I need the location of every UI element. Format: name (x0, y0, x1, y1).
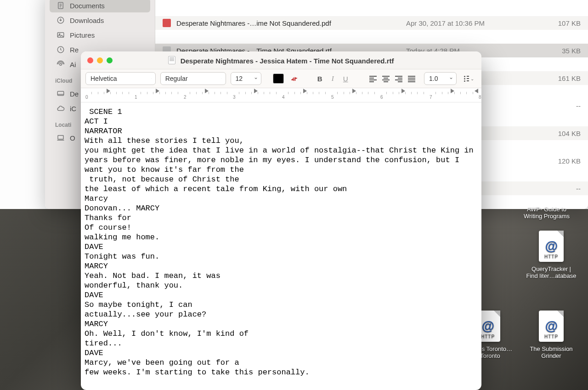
ruler-tick (435, 92, 436, 94)
ruler-tick (300, 92, 301, 94)
svg-point-8 (60, 63, 62, 66)
right-margin-icon[interactable] (475, 89, 478, 93)
tab-stop-icon[interactable] (303, 89, 307, 93)
highlight-color-button[interactable]: a (288, 73, 300, 85)
ruler-tick (288, 92, 288, 94)
document-body[interactable]: SCENE 1 ACT I NARRATOR With all these st… (81, 102, 481, 390)
ruler-tick (202, 92, 203, 94)
tab-stop-icon[interactable] (451, 89, 454, 93)
document-icon (168, 56, 175, 64)
ruler-number: 2 (184, 95, 187, 100)
file-size: -- (539, 185, 581, 192)
ruler-tick (424, 92, 424, 94)
tab-stop-icon[interactable] (254, 89, 258, 93)
font-family-select[interactable]: Helvetica (85, 72, 156, 85)
chevron-down-icon: ⌄ (470, 76, 474, 81)
file-size: 107 KB (539, 19, 581, 27)
close-icon[interactable] (87, 57, 93, 63)
tab-stop-icon[interactable] (156, 89, 159, 93)
download-icon (56, 16, 65, 25)
tab-stop-icon[interactable] (401, 89, 405, 93)
ruler-tick (196, 92, 197, 94)
ruler-number: 4 (282, 95, 285, 100)
file-row[interactable]: Desperate Nightmares -…ime Not Squandere… (155, 0, 588, 2)
bold-button[interactable]: B (314, 73, 326, 85)
highlight-icon: a (292, 74, 296, 83)
file-row[interactable]: Desperate Nightmares -…ime Not Squandere… (155, 16, 588, 30)
minimize-icon[interactable] (97, 57, 103, 63)
window-title-text: Desperate Nightmares - Jessica Hatem - T… (181, 57, 394, 65)
font-size-stepper[interactable]: 12 (231, 72, 261, 85)
ruler-tick (344, 92, 344, 94)
tab-stop-icon[interactable] (107, 89, 110, 93)
ruler-tick (460, 92, 461, 94)
file-size: 35 KB (539, 47, 581, 55)
laptop-icon (56, 133, 65, 142)
line-spacing-value: 1.0 (429, 75, 438, 82)
ruler-tick (153, 92, 153, 94)
style-group: B I U (312, 73, 353, 85)
ruler-tick (227, 92, 227, 94)
titlebar[interactable]: Desperate Nightmares - Jessica Hatem - T… (81, 51, 481, 69)
line-spacing-stepper[interactable]: 1.0 (424, 72, 457, 85)
desktop-shortcut[interactable]: @HTTPQueryTracker | Find liter…atabase (524, 231, 579, 280)
sidebar-item-pictures[interactable]: Pictures (50, 28, 150, 42)
ruler[interactable]: 012345678 (81, 88, 481, 102)
ruler-tick (386, 92, 387, 94)
ruler-tick (350, 92, 350, 94)
ruler-tick (239, 92, 239, 94)
desktop-icon (56, 89, 65, 98)
svg-rect-11 (58, 136, 63, 139)
italic-button[interactable]: I (327, 73, 339, 85)
file-icon (163, 19, 171, 27)
ruler-number: 3 (233, 95, 236, 100)
ruler-tick (319, 92, 319, 94)
font-style-select[interactable]: Regular (160, 72, 226, 85)
text-color-swatch[interactable] (273, 73, 283, 84)
zoom-icon[interactable] (107, 57, 113, 63)
align-right-button[interactable] (393, 73, 405, 85)
ruler-tick (178, 92, 178, 94)
desktop-shortcut[interactable]: @HTTPThe Submission Grinder (524, 311, 579, 360)
tab-stop-icon[interactable] (205, 89, 209, 93)
file-date: Apr 30, 2017 at 10:36 PM (406, 19, 539, 27)
desktop-shortcut-label: AWP- Guide to Writing Programs (519, 205, 574, 220)
ruler-tick (104, 92, 104, 94)
ruler-number: 1 (135, 95, 137, 100)
sidebar-item-downloads[interactable]: Downloads (50, 13, 150, 27)
ruler-tick (417, 92, 418, 94)
align-left-button[interactable] (367, 73, 379, 85)
ruler-tick (147, 92, 147, 94)
image-icon (56, 30, 65, 40)
sidebar-item-label: Downloads (70, 17, 104, 24)
tab-stop-icon[interactable] (352, 89, 356, 93)
ruler-tick (448, 92, 448, 94)
doc-icon (56, 1, 65, 10)
desktop-shortcut[interactable]: AWP- Guide to Writing Programs (519, 205, 574, 220)
ruler-tick (98, 92, 98, 94)
sidebar-item-label: O (70, 134, 75, 142)
ruler-tick (91, 92, 92, 94)
ruler-tick (362, 92, 362, 94)
ruler-tick (220, 92, 221, 94)
ruler-tick (270, 92, 270, 94)
ruler-tick (276, 92, 277, 94)
svg-rect-9 (57, 91, 64, 96)
align-right-icon (395, 76, 402, 81)
list-style-button[interactable]: ⌄ (461, 73, 477, 85)
font-size-value: 12 (236, 75, 243, 82)
underline-button[interactable]: U (339, 73, 351, 85)
align-center-button[interactable] (380, 73, 392, 85)
sidebar-item-label: Documents (70, 2, 105, 10)
ruler-tick (122, 92, 123, 94)
file-name: Desperate Nightmares -…ime Not Squandere… (176, 19, 406, 27)
file-size: -- (539, 102, 581, 110)
ruler-tick (325, 92, 326, 94)
sidebar-item-documents[interactable]: Documents (50, 0, 150, 12)
ruler-tick (368, 92, 368, 94)
align-justify-button[interactable] (406, 73, 418, 85)
file-size: 104 KB (539, 130, 581, 137)
airdrop-icon (56, 60, 65, 69)
ruler-tick (466, 92, 467, 94)
ruler-tick (442, 92, 442, 94)
